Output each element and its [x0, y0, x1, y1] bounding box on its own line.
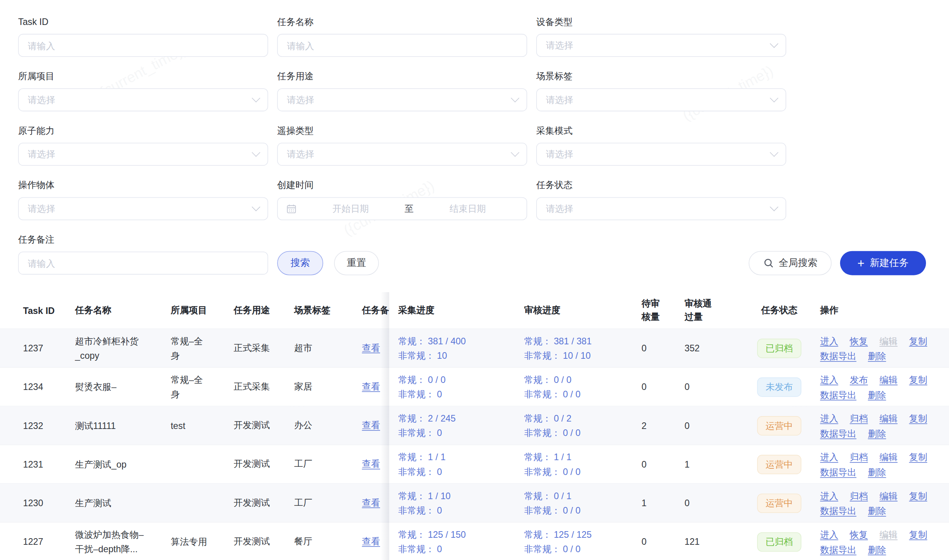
cell-purpose: 正式采集 — [234, 329, 294, 367]
op-copy-link[interactable]: 复制 — [909, 449, 928, 464]
status-badge: 运营中 — [757, 493, 801, 513]
op-edit-link[interactable]: 编辑 — [880, 333, 898, 348]
cell-task-id: 1232 — [0, 406, 75, 445]
status-badge: 运营中 — [757, 416, 801, 435]
header-scene-tag: 场景标签 — [294, 292, 355, 328]
op-restore-link[interactable]: 恢复 — [850, 333, 868, 348]
global-search-button[interactable]: 全局搜索 — [749, 251, 832, 275]
op-delete-link[interactable]: 删除 — [868, 425, 886, 441]
op-export-link[interactable]: 数据导出 — [820, 503, 857, 518]
cell-review-progress: 常规：381 / 381 非常规：10 / 10 — [518, 329, 638, 367]
op-restore-link[interactable]: 恢复 — [850, 526, 868, 542]
cell-review-progress: 常规：0 / 2 非常规：0 / 0 — [518, 406, 638, 445]
op-publish-link[interactable]: 发布 — [850, 372, 868, 387]
op-enter-link[interactable]: 进入 — [820, 410, 839, 425]
op-copy-link[interactable]: 复制 — [909, 488, 928, 503]
reset-button[interactable]: 重置 — [334, 251, 379, 275]
table-row: 1232 测试11111 test 开发测试 办公 查看 常规：2 / 245 … — [0, 406, 949, 445]
op-export-link[interactable]: 数据导出 — [820, 387, 857, 402]
table-row: 1237 超市冷鲜柜补货_copy 常规–全身 正式采集 超市 查看 常规：38… — [0, 329, 949, 368]
header-task-status: 任务状态 — [746, 292, 813, 328]
scene-tag-select[interactable]: 请选择 — [536, 88, 786, 111]
task-id-input[interactable] — [18, 34, 268, 57]
op-enter-link[interactable]: 进入 — [820, 526, 839, 542]
op-edit-link[interactable]: 编辑 — [880, 488, 898, 503]
filter-field-project: 所属项目 请选择 — [18, 69, 268, 111]
scene-tag-label: 场景标签 — [536, 69, 786, 83]
cell-collect-progress: 常规：1 / 1 非常规：0 — [389, 445, 518, 484]
view-remark-link[interactable]: 查看 — [362, 497, 380, 509]
op-enter-link[interactable]: 进入 — [820, 372, 839, 387]
new-task-button[interactable]: + 新建任务 — [840, 251, 926, 275]
teleop-type-select[interactable]: 请选择 — [277, 143, 527, 166]
op-edit-link[interactable]: 编辑 — [880, 372, 898, 387]
table-row: 1231 生产测试_op 开发测试 工厂 查看 常规：1 / 1 非常规：0 常… — [0, 445, 949, 484]
atomic-ability-select[interactable]: 请选择 — [18, 143, 268, 166]
op-copy-link[interactable]: 复制 — [909, 526, 928, 542]
plus-icon: + — [857, 257, 864, 269]
cell-review-passed: 0 — [681, 406, 746, 445]
header-task-id: Task ID — [0, 292, 75, 328]
view-remark-link[interactable]: 查看 — [362, 381, 380, 392]
op-enter-link[interactable]: 进入 — [820, 333, 839, 348]
task-name-input[interactable] — [277, 34, 527, 57]
op-enter-link[interactable]: 进入 — [820, 488, 839, 503]
cell-review-passed: 352 — [681, 329, 746, 367]
op-copy-link[interactable]: 复制 — [909, 372, 928, 387]
cell-operations: 进入 归档 编辑 复制 数据导出 删除 — [813, 484, 949, 522]
cell-collect-progress: 常规：0 / 0 非常规：0 — [389, 368, 518, 406]
filter-field-task-id: Task ID — [18, 15, 268, 57]
view-remark-link[interactable]: 查看 — [362, 459, 380, 470]
op-delete-link[interactable]: 删除 — [868, 542, 886, 557]
op-edit-link[interactable]: 编辑 — [880, 526, 898, 542]
filter-field-scene-tag: 场景标签 请选择 — [536, 69, 786, 111]
op-enter-link[interactable]: 进入 — [820, 449, 839, 464]
select-placeholder: 请选择 — [28, 203, 55, 214]
view-remark-link[interactable]: 查看 — [362, 420, 380, 431]
op-export-link[interactable]: 数据导出 — [820, 348, 857, 363]
cell-task-status: 运营中 — [746, 445, 813, 484]
cell-review-progress: 常规：1 / 1 非常规：0 / 0 — [518, 445, 638, 484]
op-copy-link[interactable]: 复制 — [909, 410, 928, 425]
task-name-label: 任务名称 — [277, 15, 527, 28]
task-table: Task ID 任务名称 所属项目 任务用途 场景标签 任务备注 采集进度 审核… — [0, 292, 949, 560]
create-time-range-picker[interactable]: 开始日期 至 结束日期 — [277, 197, 527, 220]
op-export-link[interactable]: 数据导出 — [820, 425, 857, 441]
op-delete-link[interactable]: 删除 — [868, 503, 886, 518]
cell-task-remark: 查看 — [355, 445, 389, 484]
filter-field-task-status: 任务状态 请选择 — [536, 179, 786, 220]
header-project: 所属项目 — [171, 292, 233, 328]
end-date-placeholder[interactable]: 结束日期 — [417, 203, 518, 214]
op-delete-link[interactable]: 删除 — [868, 348, 886, 363]
op-export-link[interactable]: 数据导出 — [820, 542, 857, 557]
view-remark-link[interactable]: 查看 — [362, 536, 380, 547]
select-placeholder: 请选择 — [287, 149, 314, 160]
op-archive-link[interactable]: 归档 — [850, 410, 868, 425]
select-placeholder: 请选择 — [28, 94, 55, 105]
op-export-link[interactable]: 数据导出 — [820, 464, 857, 479]
search-button[interactable]: 搜索 — [277, 251, 323, 275]
op-edit-link[interactable]: 编辑 — [880, 410, 898, 425]
op-copy-link[interactable]: 复制 — [909, 333, 928, 348]
table-row: 1234 熨烫衣服– 常规–全身 正式采集 家居 查看 常规：0 / 0 非常规… — [0, 368, 949, 406]
task-remark-input[interactable] — [18, 252, 268, 275]
op-archive-link[interactable]: 归档 — [850, 488, 868, 503]
object-select[interactable]: 请选择 — [18, 197, 268, 220]
start-date-placeholder[interactable]: 开始日期 — [300, 203, 401, 214]
cell-task-remark: 查看 — [355, 406, 389, 445]
purpose-label: 任务用途 — [277, 69, 527, 83]
device-type-select[interactable]: 请选择 — [536, 34, 786, 57]
cell-review-progress: 常规：0 / 0 非常规：0 / 0 — [518, 368, 638, 406]
filter-field-device-type: 设备类型 请选择 — [536, 15, 786, 57]
cell-purpose: 开发测试 — [234, 484, 294, 522]
op-delete-link[interactable]: 删除 — [868, 464, 886, 479]
op-delete-link[interactable]: 删除 — [868, 387, 886, 402]
view-remark-link[interactable]: 查看 — [362, 342, 380, 354]
cell-purpose: 开发测试 — [234, 445, 294, 484]
op-edit-link[interactable]: 编辑 — [880, 449, 898, 464]
purpose-select[interactable]: 请选择 — [277, 88, 527, 111]
project-select[interactable]: 请选择 — [18, 88, 268, 111]
collect-mode-select[interactable]: 请选择 — [536, 143, 786, 166]
op-archive-link[interactable]: 归档 — [850, 449, 868, 464]
task-status-select[interactable]: 请选择 — [536, 197, 786, 220]
